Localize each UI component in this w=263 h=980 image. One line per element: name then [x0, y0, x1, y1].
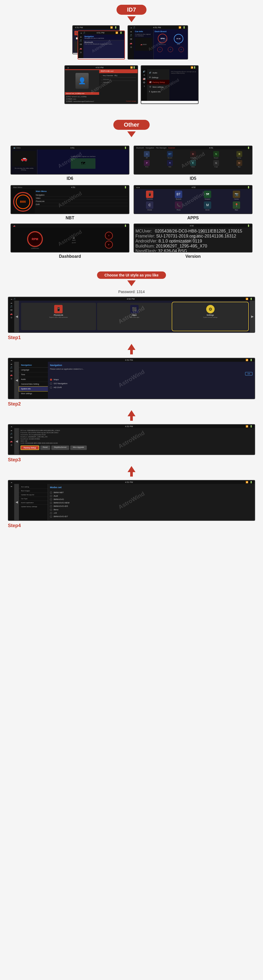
step3-block: AstroWind ☁ 4:52 PM 📶🔋 ☁ 🎵 🗺 🚗 ⚙ — [0, 424, 263, 463]
step3-statusbar: ☁ 4:52 PM 📶🔋 — [8, 425, 255, 428]
step2-statusbar: ☁ 4:52 PM 📶🔋 — [8, 358, 255, 362]
dashboard-item: AstroWind 🚗 🔋 RPM x1000r/min — [11, 224, 129, 259]
other-badge-arrow — [127, 131, 136, 137]
step4-block: AstroWind ☁ 4:52 PM 📶🔋 ☁ ◀ Arm — [0, 480, 263, 528]
reset-btn-step3[interactable]: Reset — [40, 445, 50, 450]
nbt-label: NBT — [66, 216, 74, 220]
other-badge-container: Other — [0, 115, 263, 132]
id6-item: AstroWind 📹 Video 4:51 🔋 🚗 Do not play t… — [11, 146, 129, 181]
id6-label: ID6 — [67, 176, 73, 181]
version-label: Version — [185, 254, 201, 259]
apps-label: APPS — [187, 216, 199, 220]
statusbar-nav: ☁ 🎵 4:51 PM 📶🔋 — [78, 31, 124, 35]
other-section: Other AstroWind 📹 Video 4:51 🔋 🚗 — [0, 113, 263, 264]
id7-badge-container: ID7 — [0, 0, 263, 18]
version-item: AstroWind 4:52 🔋 MCUver:0205438/26-DC0-H… — [134, 224, 252, 259]
factory-setup-highlighted[interactable]: Factory Setup — [21, 445, 39, 450]
id6-statusbar: 📹 Video 4:51 🔋 — [11, 146, 129, 150]
version-statusbar: 4:52 🔋 — [134, 224, 252, 228]
step1-statusbar: ☁ 🎵 4:52 PM 📶🔋 — [8, 297, 255, 301]
step1-block: AstroWind ☁ 🎵 4:52 PM 📶🔋 ☁ 🎵 🗺 🚗 ⚙ — [0, 297, 263, 340]
step1-arrow — [0, 342, 263, 356]
stop-mcu-btn-step3[interactable]: StopMcuServer — [51, 445, 69, 450]
svg-marker-1 — [128, 410, 135, 421]
apps-item: AstroWind ◀ ▶ 4:52 🔋 📱 PhoneLink — [134, 185, 252, 220]
password-text: Password: 1314 — [118, 290, 145, 294]
step2-label: Step2 — [8, 401, 255, 407]
step4-label: Step4 — [8, 523, 255, 528]
svg-marker-2 — [128, 466, 135, 477]
step3-label: Step3 — [8, 457, 255, 463]
other-badge: Other — [113, 120, 150, 130]
choose-badge-arrow — [127, 280, 136, 286]
choose-badge-container: Choose the UI style as you like — [0, 267, 263, 282]
id7-section: ID7 4:51 PM 📶🔋 AstroWind — [0, 0, 263, 113]
statusbar-dial: 4:51 PM 📶🔋 — [73, 26, 119, 29]
statusbar-video: ☁ 4:52 PM 📶🔋 — [65, 66, 138, 69]
choose-section: Choose the UI style as you like Password… — [0, 264, 263, 534]
mcu-upgrade-btn-step3[interactable]: Mcu-Upgrade — [70, 445, 87, 450]
nbt-statusbar: Main Menu 4:51 🔋 — [11, 186, 129, 189]
dashboard-label: Dashboard — [59, 254, 81, 259]
statusbar-menu: 📶🔋 — [141, 66, 198, 69]
id5-label: ID5 — [190, 176, 196, 181]
statusbar-carinfo: ☁ 🎵 4:51 PM 📶🔋 — [128, 26, 187, 29]
step1-label: Step1 — [8, 335, 255, 340]
choose-badge: Choose the UI style as you like — [97, 272, 166, 279]
step3-arrow — [0, 465, 263, 478]
step2-block: AstroWind ☁ 4:52 PM 📶🔋 ☁ 🎵 🗺 🚗 ⚙ — [0, 358, 263, 407]
id7-badge-arrow — [127, 16, 136, 22]
svg-marker-0 — [128, 344, 135, 355]
id5-statusbar: Bluetooth Navigation File Manager Scanne… — [134, 146, 252, 150]
step4-statusbar: ☁ 4:52 PM 📶🔋 — [8, 480, 255, 484]
apps-statusbar: ◀ ▶ 4:52 🔋 — [134, 186, 252, 189]
id5-item: AstroWind Bluetooth Navigation File Mana… — [134, 146, 252, 181]
nbt-item: AstroWind Main Menu 4:51 🔋 8000 — [11, 185, 129, 220]
dashboard-statusbar: 🚗 🔋 — [11, 224, 129, 228]
step2-arrow — [0, 409, 263, 422]
id7-badge: ID7 — [117, 5, 146, 15]
